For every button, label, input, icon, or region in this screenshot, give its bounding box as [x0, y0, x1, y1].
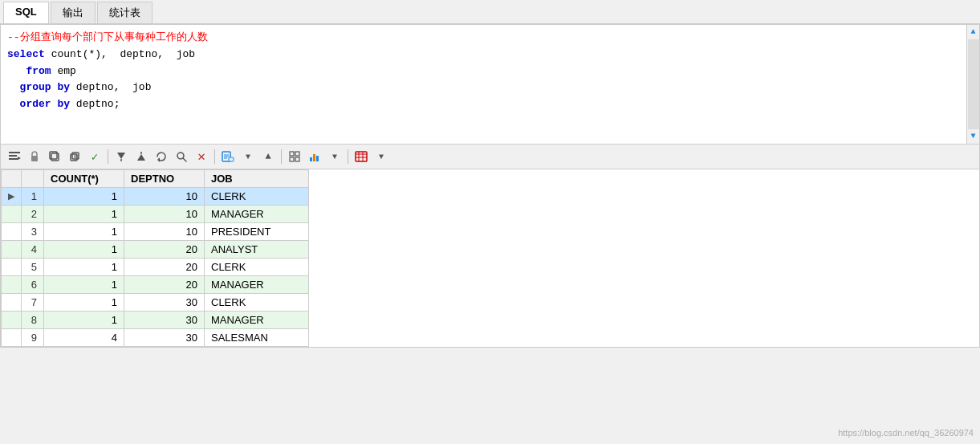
svg-rect-4 — [31, 156, 38, 161]
format-btn[interactable] — [6, 148, 23, 165]
cell-job: CLERK — [205, 259, 309, 276]
svg-rect-2 — [9, 158, 18, 160]
table-row[interactable]: 9430SALESMAN — [2, 329, 309, 347]
cell-job: MANAGER — [205, 312, 309, 329]
table-row[interactable]: ▶1110CLERK — [2, 188, 309, 206]
cell-deptno: 10 — [124, 206, 205, 223]
result-table: COUNT(*) DEPTNO JOB ▶1110CLERK2110MANAGE… — [1, 169, 309, 347]
tab-sql[interactable]: SQL — [3, 2, 49, 23]
nav-up-btn[interactable] — [132, 148, 150, 165]
cell-job: MANAGER — [205, 206, 309, 223]
cell-job: PRESIDENT — [205, 223, 309, 241]
row-indicator-header — [2, 170, 22, 188]
row-number: 8 — [22, 312, 44, 329]
row-arrow — [2, 241, 22, 259]
sql-line3: group by deptno, job — [7, 79, 960, 96]
svg-rect-22 — [229, 157, 234, 161]
save-dropdown-btn[interactable]: ▼ — [239, 148, 257, 165]
cell-job: CLERK — [205, 294, 309, 312]
cell-count: 1 — [44, 188, 124, 206]
cell-count: 1 — [44, 294, 124, 312]
cell-count: 1 — [44, 259, 124, 276]
check-btn[interactable]: ✓ — [86, 148, 104, 165]
svg-marker-13 — [137, 154, 145, 161]
sep2 — [214, 149, 215, 164]
cell-count: 1 — [44, 206, 124, 223]
export-btn[interactable] — [219, 148, 237, 165]
row-number: 6 — [22, 276, 44, 294]
chart-dropdown-btn[interactable]: ▼ — [326, 148, 344, 165]
cell-deptno: 20 — [124, 259, 205, 276]
table-row[interactable]: 6120MANAGER — [2, 276, 309, 294]
row-arrow — [2, 276, 22, 294]
row-arrow — [2, 259, 22, 276]
sql-line4: order by deptno; — [7, 96, 960, 113]
col-job-header[interactable]: JOB — [205, 170, 309, 188]
cell-deptno: 30 — [124, 329, 205, 347]
row-number: 9 — [22, 329, 44, 347]
scroll-up-btn[interactable]: ▲ — [968, 26, 979, 38]
row-number: 2 — [22, 206, 44, 223]
svg-rect-29 — [316, 156, 319, 161]
table-row[interactable]: 8130MANAGER — [2, 312, 309, 329]
table-grid-btn[interactable] — [352, 148, 370, 165]
tab-stats[interactable]: 统计表 — [97, 2, 152, 23]
cell-count: 4 — [44, 329, 124, 347]
row-arrow — [2, 329, 22, 347]
lock-btn[interactable] — [26, 148, 43, 165]
svg-marker-15 — [157, 157, 160, 162]
svg-rect-30 — [356, 152, 367, 161]
row-arrow — [2, 206, 22, 223]
svg-line-17 — [183, 158, 186, 161]
sql-editor[interactable]: --分组查询每个部门下从事每种工作的人数 select count(*), de… — [0, 24, 980, 145]
row-number: 7 — [22, 294, 44, 312]
copy1-btn[interactable] — [46, 148, 63, 165]
cell-deptno: 30 — [124, 294, 205, 312]
table-row[interactable]: 4120ANALYST — [2, 241, 309, 259]
svg-rect-25 — [290, 157, 294, 161]
sql-comment: --分组查询每个部门下从事每种工作的人数 — [7, 30, 960, 47]
cell-job: MANAGER — [205, 276, 309, 294]
sql-line2: from emp — [7, 63, 960, 80]
sep1 — [108, 149, 108, 164]
row-number: 1 — [22, 188, 44, 206]
clear-btn[interactable]: ✕ — [193, 148, 210, 165]
scroll-down-btn[interactable]: ▼ — [968, 131, 979, 142]
cell-deptno: 10 — [124, 223, 205, 241]
rownum-header — [22, 170, 44, 188]
cell-deptno: 20 — [124, 241, 205, 259]
col-deptno-header[interactable]: DEPTNO — [124, 170, 205, 188]
table-row[interactable]: 3110PRESIDENT — [2, 223, 309, 241]
svg-marker-11 — [117, 153, 125, 159]
results-area: COUNT(*) DEPTNO JOB ▶1110CLERK2110MANAGE… — [0, 169, 980, 348]
tab-output[interactable]: 输出 — [51, 2, 96, 23]
nav-down-btn[interactable] — [112, 148, 130, 165]
copy2-btn[interactable] — [66, 148, 83, 165]
grid-btn[interactable] — [286, 148, 303, 165]
row-arrow — [2, 223, 22, 241]
svg-rect-1 — [9, 155, 17, 157]
refresh-btn[interactable] — [152, 148, 170, 165]
sep3 — [281, 149, 282, 164]
upload-btn[interactable]: ▲ — [259, 148, 277, 165]
col-count-header[interactable]: COUNT(*) — [44, 170, 124, 188]
svg-rect-23 — [290, 152, 294, 156]
svg-marker-3 — [18, 157, 21, 160]
table-dropdown-btn[interactable]: ▼ — [372, 148, 390, 165]
find-btn[interactable] — [173, 148, 190, 165]
chart-bar-btn[interactable] — [306, 148, 323, 165]
editor-scrollbar[interactable]: ▲ ▼ — [966, 25, 979, 144]
row-number: 3 — [22, 223, 44, 241]
cell-count: 1 — [44, 223, 124, 241]
cell-count: 1 — [44, 312, 124, 329]
cell-count: 1 — [44, 276, 124, 294]
cell-deptno: 20 — [124, 276, 205, 294]
tab-bar: SQL 输出 统计表 — [0, 0, 980, 24]
row-number: 5 — [22, 259, 44, 276]
row-arrow — [2, 312, 22, 329]
toolbar: ✓ ✕ ▼ ▲ ▼ ▼ — [0, 145, 980, 169]
table-row[interactable]: 5120CLERK — [2, 259, 309, 276]
svg-rect-0 — [9, 152, 20, 153]
table-row[interactable]: 2110MANAGER — [2, 206, 309, 223]
table-row[interactable]: 7130CLERK — [2, 294, 309, 312]
